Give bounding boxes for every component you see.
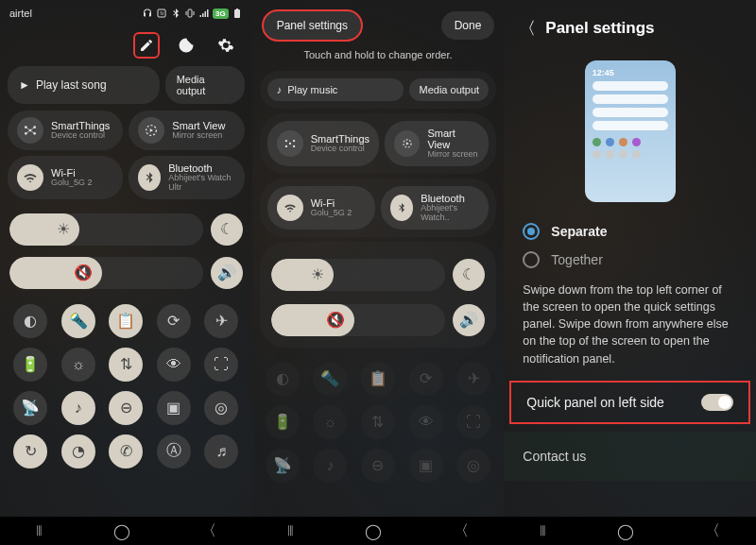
toggle-music[interactable]: ♪ bbox=[61, 391, 95, 425]
etoggle-7[interactable]: ☼ bbox=[313, 405, 347, 439]
toggle-dnd[interactable]: ⊖ bbox=[109, 391, 143, 425]
nav-recents[interactable]: ⦀ bbox=[36, 522, 43, 539]
bluetooth-tile[interactable]: BluetoothAbhijeet's Watch Ultr bbox=[129, 156, 244, 199]
etoggle-5[interactable]: ✈ bbox=[456, 362, 490, 396]
toggle-eyecomfort[interactable]: 👁 bbox=[157, 348, 191, 382]
smartthings-tile[interactable]: SmartThingsDevice control bbox=[8, 111, 123, 150]
etoggle-2[interactable]: 🔦 bbox=[313, 362, 347, 396]
smartview-tile-2[interactable]: Smart ViewMirror screen bbox=[385, 121, 489, 166]
toggle-sync[interactable]: ⇅ bbox=[109, 348, 143, 382]
etoggle-14[interactable]: ▣ bbox=[409, 449, 443, 483]
nav-home[interactable]: ◯ bbox=[113, 522, 130, 540]
toggle-refresh[interactable]: ↻ bbox=[13, 434, 47, 468]
play-last-song-button[interactable]: ► Play last song bbox=[8, 66, 160, 104]
power-button[interactable] bbox=[173, 32, 199, 59]
done-button[interactable]: Done bbox=[441, 11, 495, 40]
nav-recents-3[interactable]: ⦀ bbox=[540, 522, 546, 539]
panel-settings-button[interactable]: Panel settings bbox=[262, 9, 363, 42]
sound-button[interactable]: 🔊 bbox=[211, 257, 243, 289]
separate-label: Separate bbox=[551, 224, 607, 239]
toggle-a[interactable]: Ⓐ bbox=[157, 434, 191, 468]
panel-settings-label: Panel settings bbox=[277, 19, 348, 32]
etoggle-10[interactable]: ⛶ bbox=[456, 405, 490, 439]
toggle-gps2[interactable]: ◎ bbox=[204, 391, 238, 425]
option-together[interactable]: Together bbox=[504, 246, 756, 274]
etoggle-8[interactable]: ⇅ bbox=[361, 405, 395, 439]
etoggle-9[interactable]: 👁 bbox=[409, 405, 443, 439]
nfc-icon: N bbox=[156, 8, 167, 19]
wifi-tile[interactable]: Wi-FiGolu_5G 2 bbox=[8, 156, 123, 199]
radio-together[interactable] bbox=[523, 251, 540, 268]
nav-recents-2[interactable]: ⦀ bbox=[287, 522, 294, 539]
edit-button[interactable] bbox=[133, 32, 160, 59]
etoggle-1[interactable]: ◐ bbox=[266, 362, 300, 396]
toggle-datasaver[interactable]: ◔ bbox=[61, 434, 95, 468]
radio-separate[interactable] bbox=[523, 223, 540, 240]
preview-time: 12:45 bbox=[593, 68, 668, 77]
nav-home-3[interactable]: ◯ bbox=[617, 522, 634, 540]
sun-icon-2: ☀ bbox=[311, 265, 324, 283]
etoggle-15[interactable]: ◎ bbox=[456, 449, 490, 483]
group-media[interactable]: ♪Play music Media output bbox=[260, 71, 497, 109]
settings-header: 〈 Panel settings bbox=[504, 0, 756, 49]
group-devices[interactable]: SmartThingsDevice control Smart ViewMirr… bbox=[260, 113, 497, 174]
group-sliders[interactable]: ☀ ☾ 🔇 🔊 bbox=[260, 242, 497, 348]
etoggle-13[interactable]: ⊖ bbox=[361, 449, 395, 483]
toggle-nfc[interactable]: ▣ bbox=[157, 391, 191, 425]
toggle-clipboard[interactable]: 📋 bbox=[109, 304, 143, 338]
etoggle-4[interactable]: ⟳ bbox=[409, 362, 443, 396]
smartthings-tile-2[interactable]: SmartThingsDevice control bbox=[267, 121, 379, 166]
quick-panel-left-row[interactable]: Quick panel on left side bbox=[509, 381, 750, 424]
toggle-auto-brightness[interactable]: ◐ bbox=[13, 304, 47, 338]
etoggle-12[interactable]: ♪ bbox=[313, 449, 347, 483]
media-output-button[interactable]: Media output bbox=[165, 66, 245, 104]
moon-icon: ☾ bbox=[220, 220, 233, 238]
quick-panel-left-switch[interactable] bbox=[701, 394, 733, 411]
back-button[interactable]: 〈 bbox=[519, 17, 536, 40]
dark-mode-button[interactable]: ☾ bbox=[211, 213, 243, 246]
wifi-tile-2[interactable]: Wi-FiGolu_5G 2 bbox=[267, 186, 375, 230]
sound-button-2[interactable]: 🔊 bbox=[453, 304, 485, 336]
toggle-focus[interactable]: ⛶ bbox=[204, 348, 238, 382]
volume-slider[interactable]: 🔇 bbox=[9, 257, 203, 289]
etoggle-11[interactable]: 📡 bbox=[266, 449, 300, 483]
etoggle-6[interactable]: 🔋 bbox=[266, 405, 300, 439]
signal-icon bbox=[198, 8, 210, 19]
nav-back-3[interactable]: 〈 bbox=[705, 521, 720, 541]
brightness-slider[interactable]: ☀ bbox=[9, 213, 203, 246]
edit-header: Panel settings Done bbox=[252, 0, 505, 49]
toggle-flashlight[interactable]: 🔦 bbox=[61, 304, 95, 338]
play-music-button[interactable]: ♪Play music bbox=[267, 78, 404, 101]
group-conn[interactable]: Wi-FiGolu_5G 2 BluetoothAbhijeet's Watch… bbox=[260, 179, 497, 237]
etoggle-3[interactable]: 📋 bbox=[361, 362, 395, 396]
option-separate[interactable]: Separate bbox=[504, 217, 756, 246]
svg-point-13 bbox=[293, 140, 295, 142]
media-output-button-2[interactable]: Media output bbox=[409, 78, 489, 101]
bluetooth-tile-2[interactable]: BluetoothAbhijeet's Watch.. bbox=[381, 186, 489, 230]
toggle-rotate[interactable]: ⟳ bbox=[157, 304, 191, 338]
nav-back[interactable]: 〈 bbox=[201, 521, 216, 541]
contact-us-button[interactable]: Contact us bbox=[504, 432, 756, 481]
toggle-call[interactable]: ✆ bbox=[109, 434, 143, 468]
wifi-sub-2: Golu_5G 2 bbox=[311, 209, 352, 218]
edit-panel: Panel settings Done Touch and hold to ch… bbox=[252, 0, 505, 545]
page-title: Panel settings bbox=[545, 19, 654, 38]
brightness-slider-2[interactable]: ☀ bbox=[271, 259, 446, 291]
settings-button[interactable] bbox=[213, 32, 239, 59]
option-description: Swipe down from the top left corner of t… bbox=[504, 274, 756, 379]
volume-slider-2[interactable]: 🔇 bbox=[271, 304, 446, 336]
toggle-cast[interactable]: 📡 bbox=[13, 391, 47, 425]
mute-icon-2: 🔇 bbox=[326, 311, 345, 329]
nav-back-2[interactable]: 〈 bbox=[454, 521, 469, 541]
toggle-airplane[interactable]: ✈ bbox=[204, 304, 238, 338]
dark-mode-button-2[interactable]: ☾ bbox=[453, 259, 485, 291]
nav-home-2[interactable]: ◯ bbox=[365, 522, 382, 540]
smartview-sub-2: Mirror screen bbox=[427, 150, 479, 160]
vibrate-icon bbox=[184, 8, 196, 19]
toggle-sound2[interactable]: ♬ bbox=[204, 434, 238, 468]
smartview-tile[interactable]: Smart ViewMirror screen bbox=[129, 111, 244, 150]
svg-point-15 bbox=[293, 145, 295, 147]
toggle-brightness2[interactable]: ☼ bbox=[61, 348, 95, 382]
gear-icon bbox=[217, 37, 234, 54]
toggle-battery[interactable]: 🔋 bbox=[13, 348, 47, 382]
